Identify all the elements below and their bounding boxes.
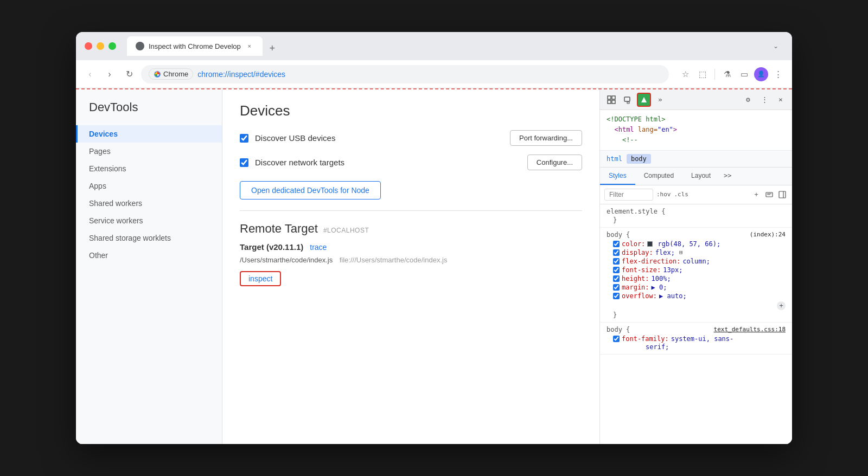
svg-marker-9	[641, 97, 647, 102]
discover-network-checkbox[interactable]	[240, 158, 248, 167]
grid-icon[interactable]: ⊞	[679, 249, 683, 256]
remote-target-subtitle: #LOCALHOST	[323, 227, 369, 234]
devtools-node-link[interactable]: Open dedicated DevTools for Node	[240, 181, 381, 200]
styles-filter-input[interactable]	[604, 189, 653, 201]
svg-rect-5	[608, 100, 611, 104]
color-prop-checkbox[interactable]	[613, 241, 620, 247]
bookmark-icon[interactable]: ☆	[678, 67, 693, 82]
body-rule-2-file[interactable]: text_defaults.css:18	[714, 326, 786, 333]
configure-button[interactable]: Configure...	[527, 155, 582, 170]
element-style-rule: element.style { }	[600, 204, 792, 228]
target-trace-link[interactable]: trace	[310, 243, 327, 252]
devtools-sidebar: DevTools Devices Pages Extensions Apps S…	[76, 89, 222, 444]
overflow-prop-checkbox[interactable]	[613, 293, 620, 299]
font-size-prop-checkbox[interactable]	[613, 267, 620, 273]
body-rule-1-selector: body { (index):24	[607, 231, 786, 239]
dom-area: <!DOCTYPE html> <html lang="en"> <!--	[600, 110, 792, 151]
filter-bar: :hov .cls +	[600, 185, 792, 204]
element-style-selector: element.style {	[607, 208, 786, 215]
section-divider	[240, 210, 582, 211]
color-swatch[interactable]	[647, 241, 653, 247]
margin-prop-checkbox[interactable]	[613, 284, 620, 291]
back-button[interactable]: ‹	[82, 67, 98, 82]
svg-point-0	[138, 44, 142, 48]
tab-close-button[interactable]: ×	[245, 42, 254, 50]
url-display[interactable]: chrome://inspect/#devices	[197, 70, 285, 79]
close-button[interactable]	[85, 42, 92, 50]
sidebar-item-shared-workers[interactable]: Shared workers	[76, 195, 222, 212]
tabs-area: Inspect with Chrome Develop × +	[127, 36, 762, 56]
customize-menu-icon[interactable]: ⋮	[757, 93, 771, 107]
sidebar-item-service-workers[interactable]: Service workers	[76, 212, 222, 229]
tab-layout[interactable]: Layout	[682, 168, 719, 185]
add-property-button[interactable]: +	[777, 301, 786, 310]
display-prop: display: flex; ⊞	[607, 248, 786, 257]
target-name: Target (v20.11.1)	[240, 242, 303, 252]
active-tab[interactable]: Inspect with Chrome Develop ×	[127, 36, 263, 56]
more-panels-icon[interactable]: »	[653, 93, 667, 107]
element-style-close: }	[607, 216, 786, 224]
address-bar[interactable]: Chrome chrome://inspect/#devices	[141, 65, 669, 83]
color-prop: color: rgb(48, 57, 66);	[607, 240, 786, 248]
add-style-rule-icon[interactable]: +	[751, 189, 762, 200]
settings-icon[interactable]: ⚙	[741, 93, 755, 107]
sidebar-item-apps[interactable]: Apps	[76, 177, 222, 195]
dom-line-2: <html lang="en">	[607, 125, 786, 135]
minimize-button[interactable]	[97, 42, 104, 50]
discover-network-label: Discover network targets	[255, 158, 344, 167]
user-avatar[interactable]: 👤	[754, 67, 768, 81]
tab-favicon	[136, 42, 144, 50]
tab-styles[interactable]: Styles	[600, 168, 635, 185]
cls-button[interactable]: .cls	[674, 191, 689, 198]
tab-more-icon[interactable]: >>	[719, 168, 736, 185]
flex-direction-prop-checkbox[interactable]	[613, 258, 620, 265]
doctype-text: <!DOCTYPE html>	[607, 115, 665, 123]
svg-rect-4	[612, 96, 615, 99]
margin-prop: margin: ▶ 0;	[607, 283, 786, 292]
chevron-down-icon[interactable]: ⌄	[768, 38, 783, 54]
body-rule-2-selector: body { text_defaults.css:18	[607, 326, 786, 333]
svg-rect-13	[779, 191, 786, 198]
toggle-element-state-icon[interactable]	[764, 189, 775, 200]
filter-icons: +	[751, 189, 788, 200]
device-toolbar-icon[interactable]	[621, 93, 635, 107]
html-breadcrumb[interactable]: html	[607, 155, 622, 163]
sidebar-item-pages[interactable]: Pages	[76, 143, 222, 160]
display-prop-checkbox[interactable]	[613, 249, 620, 256]
elements-icon[interactable]	[637, 93, 651, 107]
sidebar-item-devices[interactable]: Devices	[76, 125, 222, 143]
discover-usb-checkbox[interactable]	[240, 134, 248, 143]
sidebar-item-extensions[interactable]: Extensions	[76, 160, 222, 177]
remote-target-header: Remote Target #LOCALHOST	[240, 222, 582, 236]
height-prop-checkbox[interactable]	[613, 275, 620, 282]
nav-bar: ‹ › ↻ Chrome chrome://inspect/#devices ☆…	[76, 60, 792, 88]
font-family-prop-checkbox[interactable]	[613, 336, 620, 342]
discover-network-row: Discover network targets Configure...	[240, 155, 582, 170]
forward-button[interactable]: ›	[102, 67, 117, 82]
body-breadcrumb[interactable]: body	[627, 154, 651, 164]
chrome-label: Chrome	[163, 70, 188, 78]
sidebar-icon[interactable]: ▭	[737, 67, 752, 82]
pseudo-classes-button[interactable]: :hov	[656, 191, 671, 198]
font-size-prop: font-size: 13px;	[607, 266, 786, 274]
inspect-element-icon[interactable]	[604, 93, 618, 107]
extensions-icon[interactable]: ⬚	[695, 67, 710, 82]
inspect-button[interactable]: inspect	[240, 271, 281, 286]
reload-button[interactable]: ↻	[122, 67, 137, 82]
maximize-button[interactable]	[108, 42, 116, 50]
sidebar-item-other[interactable]: Other	[76, 247, 222, 264]
close-devtools-icon[interactable]: ×	[774, 93, 788, 107]
more-menu-icon[interactable]: ⋮	[770, 67, 786, 82]
window-controls-right: ⌄	[768, 38, 783, 54]
lab-icon[interactable]: ⚗	[719, 67, 735, 82]
tab-computed[interactable]: Computed	[635, 168, 682, 185]
styles-panel: element.style { } body { (index):24 colo…	[600, 204, 792, 444]
dom-line-1: <!DOCTYPE html>	[607, 114, 786, 125]
sidebar-item-shared-storage[interactable]: Shared storage worklets	[76, 229, 222, 247]
discover-usb-row: Discover USB devices Port forwarding...	[240, 130, 582, 146]
target-file-link[interactable]: file:///Users/stmarthe/code/index.js	[340, 256, 448, 264]
nav-icons: ☆ ⬚ ⚗ ▭ 👤 ⋮	[678, 67, 786, 82]
port-forwarding-button[interactable]: Port forwarding...	[510, 130, 582, 146]
new-tab-button[interactable]: +	[265, 41, 280, 56]
toggle-sidebar-icon[interactable]	[777, 189, 788, 200]
